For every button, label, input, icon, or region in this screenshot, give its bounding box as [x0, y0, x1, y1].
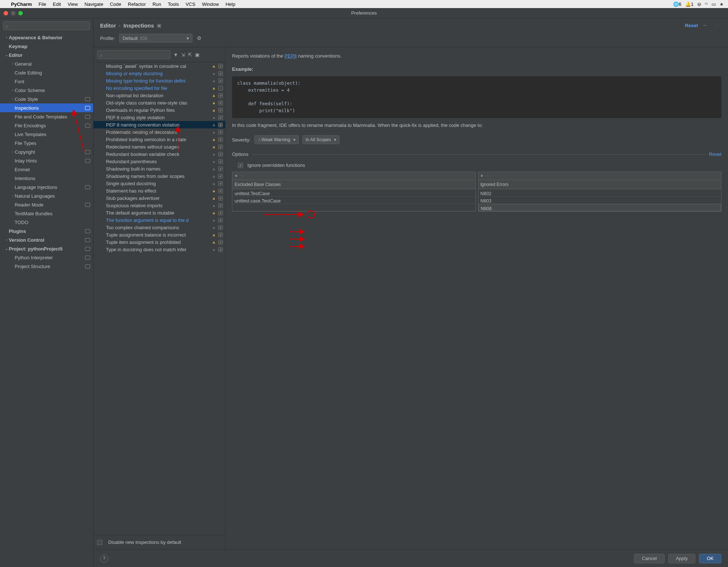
inspection-checkbox[interactable]: ✓	[218, 196, 223, 201]
sidebar-item-file-types[interactable]: File Types	[0, 139, 93, 147]
inspection-item[interactable]: Stub packages advertiser▲✓	[93, 194, 225, 202]
sidebar-item-textmate-bundles[interactable]: TextMate Bundles	[0, 209, 93, 218]
inspection-item[interactable]: Too complex chained comparisons▲✓	[93, 224, 225, 231]
inspection-checkbox[interactable]: ✓	[218, 247, 223, 252]
inspection-checkbox[interactable]: ✓	[218, 159, 223, 164]
inspection-checkbox[interactable]: ✓	[218, 218, 223, 223]
inspection-item[interactable]: Shadowing names from outer scopes▲✓	[93, 172, 225, 180]
inspection-item[interactable]: Suspicious relative imports▲✓	[93, 202, 225, 209]
sidebar-item-editor[interactable]: ⌄Editor	[0, 51, 93, 59]
inspection-checkbox[interactable]: ✓	[218, 181, 223, 186]
sidebar-item-appearance-behavior[interactable]: ›Appearance & Behavior	[0, 33, 93, 42]
menu-help[interactable]: Help	[225, 1, 235, 7]
inspection-checkbox[interactable]: ✓	[218, 108, 223, 113]
menu-vcs[interactable]: VCS	[185, 1, 195, 7]
table-row[interactable]: unittest.case.TestCase	[232, 197, 475, 204]
view-icon[interactable]: ▣	[195, 52, 199, 58]
inspection-item[interactable]: Missing `await` syntax in coroutine cal▲…	[93, 62, 225, 70]
back-arrow-icon[interactable]: ←	[701, 22, 710, 29]
inspection-checkbox[interactable]: ✓	[218, 130, 223, 135]
inspection-checkbox[interactable]: ✓	[218, 152, 223, 157]
pep8-link[interactable]: PEP8	[284, 53, 297, 59]
reset-link[interactable]: Reset	[685, 23, 698, 28]
inspection-item[interactable]: Tuple assignment balance is incorrect▲✓	[93, 231, 225, 238]
menu-refactor[interactable]: Refactor	[128, 1, 146, 7]
inspection-item[interactable]: Redundant parentheses▲✓	[93, 158, 225, 165]
inspection-item[interactable]: Prohibited trailing semicolon in a state…	[93, 136, 225, 143]
sidebar-item-inspections[interactable]: Inspections	[0, 103, 93, 112]
inspection-item[interactable]: PEP 8 naming convention violation▲✓	[93, 121, 225, 128]
inspection-item[interactable]: Missing or empty docstring▲✓	[93, 70, 225, 77]
add-excluded-button[interactable]: +	[235, 172, 238, 180]
collapse-icon[interactable]: ⇱	[188, 52, 192, 58]
inspection-checkbox[interactable]: ✓	[218, 211, 223, 215]
sidebar-item-live-templates[interactable]: Live Templates	[0, 130, 93, 139]
menu-tools[interactable]: Tools	[168, 1, 179, 7]
sidebar-item-version-control[interactable]: ›Version Control	[0, 235, 93, 244]
inspection-checkbox[interactable]: ✓	[218, 100, 223, 105]
dnd-icon[interactable]: ⊖	[697, 1, 701, 7]
inspection-item[interactable]: Statement has no effect▲✓	[93, 187, 225, 194]
inspection-item[interactable]: PEP 8 coding style violation▲✓	[93, 114, 225, 121]
sidebar-item-intentions[interactable]: Intentions	[0, 174, 93, 183]
inspection-checkbox[interactable]: ✓	[218, 167, 223, 171]
cancel-button[interactable]: Cancel	[634, 554, 664, 563]
inspection-item[interactable]: Overloads in regular Python files▲✓	[93, 106, 225, 114]
inspection-checkbox[interactable]	[218, 86, 223, 91]
help-button[interactable]: ?	[100, 555, 108, 563]
inspection-checkbox[interactable]: ✓	[218, 189, 223, 193]
sidebar-item-code-editing[interactable]: Code Editing	[0, 68, 93, 77]
inspection-item[interactable]: No encoding specified for file▲	[93, 84, 225, 92]
sidebar-item-project-pythonproject5[interactable]: ⌄Project: pythonProject5	[0, 244, 93, 253]
bluetooth-icon[interactable]: ∗	[720, 1, 724, 7]
profile-dropdown[interactable]: DefaultIDE	[119, 34, 192, 43]
inspection-item[interactable]: Single quoted docstring▲✓	[93, 180, 225, 187]
inspection-checkbox[interactable]: ✓	[218, 233, 223, 237]
menu-file[interactable]: File	[38, 1, 46, 7]
close-icon[interactable]	[4, 11, 8, 15]
sidebar-item-project-structure[interactable]: Project Structure	[0, 262, 93, 271]
app-name[interactable]: PyCharm	[11, 1, 32, 7]
sidebar-item-todo[interactable]: TODO	[0, 218, 93, 227]
sidebar-item-file-and-code-templates[interactable]: File and Code Templates	[0, 112, 93, 121]
disable-new-checkbox[interactable]	[97, 540, 102, 545]
ok-button[interactable]: OK	[699, 554, 721, 563]
sidebar-item-copyright[interactable]: ›Copyright	[0, 147, 93, 156]
menu-code[interactable]: Code	[110, 1, 121, 7]
battery-icon[interactable]: ▭	[712, 1, 716, 7]
sidebar-search[interactable]: ⌕	[3, 21, 90, 30]
minimize-icon[interactable]	[11, 11, 15, 15]
maximize-icon[interactable]	[18, 11, 23, 15]
gear-icon[interactable]: ⚙	[197, 35, 202, 41]
table-row-editing[interactable]: N806	[478, 204, 721, 211]
sidebar-item-code-style[interactable]: ›Code Style	[0, 95, 93, 103]
bell-icon[interactable]: 🔔1	[685, 1, 694, 7]
sync-icon[interactable]: 🌐6	[673, 1, 681, 7]
menu-view[interactable]: View	[67, 1, 78, 7]
sidebar-item-reader-mode[interactable]: Reader Mode	[0, 200, 93, 209]
severity-dropdown[interactable]: ⚠ Weak Warning	[254, 135, 299, 144]
inspection-item[interactable]: Old-style class contains new-style clas▲…	[93, 99, 225, 106]
inspection-item[interactable]: Tuple item assignment is prohibited▲✓	[93, 238, 225, 246]
table-row[interactable]	[232, 204, 475, 211]
inspection-checkbox[interactable]: ✓	[218, 64, 223, 69]
sidebar-item-natural-languages[interactable]: ›Natural Languages	[0, 191, 93, 200]
inspection-checkbox[interactable]: ✓	[218, 145, 223, 149]
inspection-item[interactable]: The function argument is equal to the d▲…	[93, 216, 225, 224]
inspection-item[interactable]: Type in docstring does not match infer▲✓	[93, 246, 225, 253]
ignore-overridden-checkbox[interactable]: ✓	[238, 163, 243, 168]
inspection-checkbox[interactable]: ✓	[218, 115, 223, 120]
inspections-list[interactable]: Missing `await` syntax in coroutine cal▲…	[93, 62, 225, 535]
options-reset[interactable]: Reset	[709, 151, 721, 158]
inspection-checkbox[interactable]: ✓	[218, 71, 223, 76]
menu-run[interactable]: Run	[152, 1, 161, 7]
sidebar-item-file-encodings[interactable]: File Encodings	[0, 121, 93, 130]
inspection-item[interactable]: Redundant boolean variable check▲✓	[93, 150, 225, 158]
sidebar-item-emmet[interactable]: Emmet	[0, 165, 93, 174]
sidebar-item-plugins[interactable]: Plugins	[0, 227, 93, 235]
table-row[interactable]: unittest.TestCase	[232, 189, 475, 197]
inspection-item[interactable]: The default argument is mutable▲✓	[93, 209, 225, 216]
table-row[interactable]: N802	[478, 189, 721, 197]
expand-icon[interactable]: ⇲	[181, 52, 185, 58]
apply-button[interactable]: Apply	[668, 554, 696, 563]
